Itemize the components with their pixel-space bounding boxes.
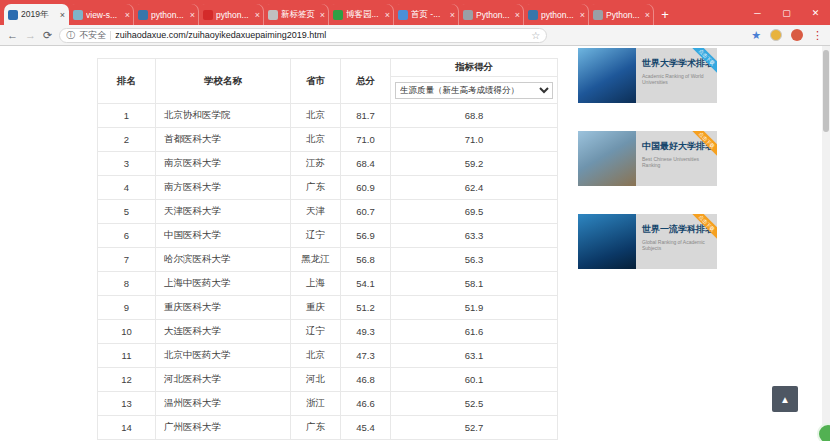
browser-tab[interactable]: python... × xyxy=(524,4,589,25)
tab-close-icon[interactable]: × xyxy=(385,10,390,20)
chat-service-icon[interactable] xyxy=(817,423,830,441)
cell-score: 68.4 xyxy=(341,152,391,176)
tab-strip: 2019年 × view-s... × python... × python..… xyxy=(4,0,654,25)
cell-score: 46.8 xyxy=(341,368,391,392)
tab-close-icon[interactable]: × xyxy=(255,10,260,20)
tab-close-icon[interactable]: × xyxy=(450,10,455,20)
header-rank: 排名 xyxy=(98,59,156,104)
table-row: 13 温州医科大学 浙江 46.6 52.5 xyxy=(98,392,558,416)
tab-close-icon[interactable]: × xyxy=(60,10,65,20)
tab-favicon xyxy=(203,10,213,20)
close-button[interactable]: ✕ xyxy=(801,0,830,25)
browser-tab[interactable]: 2019年 × xyxy=(4,4,69,25)
table-row: 14 广州医科大学 广东 45.4 52.7 xyxy=(98,416,558,440)
browser-tab[interactable]: python... × xyxy=(134,4,199,25)
maximize-button[interactable]: ▢ xyxy=(772,0,801,25)
indicator-select[interactable]: 生源质量（新生高考成绩得分） xyxy=(395,82,553,99)
tab-favicon xyxy=(398,10,408,20)
browser-tab[interactable]: 新标签页 × xyxy=(264,4,329,25)
cell-province: 江苏 xyxy=(291,152,341,176)
browser-tab[interactable]: 首页 -... × xyxy=(394,4,459,25)
banner-ribbon[interactable]: 点击下载 xyxy=(689,214,717,242)
cell-score: 56.8 xyxy=(341,248,391,272)
cell-province: 重庆 xyxy=(291,296,341,320)
cell-indicator: 56.3 xyxy=(391,248,558,272)
cell-indicator: 62.4 xyxy=(391,176,558,200)
cell-indicator: 59.2 xyxy=(391,152,558,176)
url-text[interactable]: zuihaodaxue.com/zuihaoyikedaxuepaiming20… xyxy=(115,30,527,40)
banner-ribbon[interactable]: 点击下载 xyxy=(689,48,717,76)
new-tab-button[interactable]: + xyxy=(654,4,676,24)
tab-title: python... xyxy=(216,10,253,20)
extension-avatar-icon[interactable] xyxy=(791,29,803,41)
cell-province: 黑龙江 xyxy=(291,248,341,272)
forward-icon[interactable]: → xyxy=(25,30,36,41)
tab-title: Python... xyxy=(606,10,643,20)
browser-tab[interactable]: Python... × xyxy=(459,4,524,25)
tab-title: python... xyxy=(151,10,188,20)
cell-name: 广州医科大学 xyxy=(156,416,291,440)
back-to-top-button[interactable]: ▲ xyxy=(772,386,798,412)
cell-province: 北京 xyxy=(291,344,341,368)
cell-rank: 3 xyxy=(98,152,156,176)
table-row: 11 北京中医药大学 北京 47.3 63.1 xyxy=(98,344,558,368)
cell-rank: 8 xyxy=(98,272,156,296)
banner-ribbon[interactable]: 点击下载 xyxy=(689,131,717,159)
table-row: 9 重庆医科大学 重庆 51.2 51.9 xyxy=(98,296,558,320)
banner-image xyxy=(578,131,636,186)
table-row: 5 天津医科大学 天津 60.7 69.5 xyxy=(98,200,558,224)
info-icon[interactable]: ⓘ xyxy=(66,29,75,42)
bookmark-star-icon[interactable]: ☆ xyxy=(531,30,540,41)
cell-score: 46.6 xyxy=(341,392,391,416)
extension-icon[interactable]: ★ xyxy=(751,30,761,41)
ribbon-wrap: 点击下载 xyxy=(689,48,717,76)
cell-province: 北京 xyxy=(291,128,341,152)
profile-avatar[interactable] xyxy=(770,29,782,41)
promo-banner[interactable]: 中国最好大学排名 Best Chinese Universities Ranki… xyxy=(578,131,717,186)
cell-score: 47.3 xyxy=(341,344,391,368)
cell-province: 天津 xyxy=(291,200,341,224)
cell-indicator: 63.3 xyxy=(391,224,558,248)
tab-close-icon[interactable]: × xyxy=(580,10,585,20)
table-row: 12 河北医科大学 河北 46.8 60.1 xyxy=(98,368,558,392)
cell-score: 56.9 xyxy=(341,224,391,248)
browser-tab[interactable]: python... × xyxy=(199,4,264,25)
tab-close-icon[interactable]: × xyxy=(190,10,195,20)
cell-score: 81.7 xyxy=(341,104,391,128)
refresh-icon[interactable]: ⟳ xyxy=(43,30,52,41)
address-bar[interactable]: ⓘ 不安全 zuihaodaxue.com/zuihaoyikedaxuepai… xyxy=(59,28,547,43)
cell-name: 南京医科大学 xyxy=(156,152,291,176)
table-row: 6 中国医科大学 辽宁 56.9 63.3 xyxy=(98,224,558,248)
promo-banner[interactable]: 世界一流学科排名 Global Ranking of Academic Subj… xyxy=(578,214,717,269)
cell-score: 71.0 xyxy=(341,128,391,152)
tab-title: Python... xyxy=(476,10,513,20)
browser-tab[interactable]: view-s... × xyxy=(69,4,134,25)
minimize-button[interactable]: ─ xyxy=(743,0,772,25)
banner-list: 世界大学学术排名 Academic Ranking of World Unive… xyxy=(578,48,717,269)
tab-title: 2019年 xyxy=(21,9,58,21)
promo-banner[interactable]: 世界大学学术排名 Academic Ranking of World Unive… xyxy=(578,48,717,103)
browser-tab[interactable]: Python... × xyxy=(589,4,654,25)
table-row: 7 哈尔滨医科大学 黑龙江 56.8 56.3 xyxy=(98,248,558,272)
cell-rank: 13 xyxy=(98,392,156,416)
browser-menu-icon[interactable]: ⋮ xyxy=(812,30,823,41)
page-scrollbar[interactable] xyxy=(822,46,830,441)
back-icon[interactable]: ← xyxy=(7,30,18,41)
cell-rank: 1 xyxy=(98,104,156,128)
cell-rank: 9 xyxy=(98,296,156,320)
window-controls: ─ ▢ ✕ xyxy=(743,0,830,25)
tab-favicon xyxy=(73,10,83,20)
scrollbar-thumb[interactable] xyxy=(823,50,829,132)
omnibox-divider xyxy=(110,31,111,40)
table-row: 3 南京医科大学 江苏 68.4 59.2 xyxy=(98,152,558,176)
tab-close-icon[interactable]: × xyxy=(125,10,130,20)
tab-close-icon[interactable]: × xyxy=(320,10,325,20)
cell-province: 上海 xyxy=(291,272,341,296)
browser-tab[interactable]: 博客园... × xyxy=(329,4,394,25)
cell-name: 首都医科大学 xyxy=(156,128,291,152)
cell-name: 南方医科大学 xyxy=(156,176,291,200)
cell-indicator: 71.0 xyxy=(391,128,558,152)
tab-close-icon[interactable]: × xyxy=(645,10,650,20)
tab-close-icon[interactable]: × xyxy=(515,10,520,20)
tab-favicon xyxy=(8,10,18,20)
